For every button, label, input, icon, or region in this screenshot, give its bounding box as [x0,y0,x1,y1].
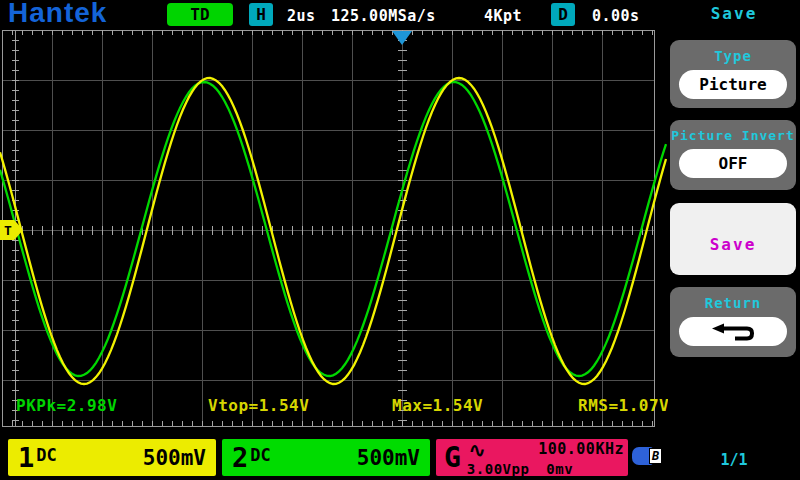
save-button-label: Save [670,235,796,254]
timebase-value: 2us [287,7,316,25]
measurement-rms: RMS=1.07V [578,396,669,415]
oscilloscope-screen: Hantek TD H 2us 125.00MSa/s 4Kpt D 0.00s… [0,0,800,480]
generator-amplitude: 3.00Vpp [467,461,530,477]
generator-frequency: 100.00KHz [538,442,624,457]
hantek-logo: Hantek [8,0,107,29]
generator-offset: 0mv [546,461,573,477]
channel-1-number: 1 [18,439,34,476]
menu-item-save[interactable]: Save [670,203,796,275]
menu-title: Save [668,4,800,23]
measurement-max: Max=1.54V [392,396,483,415]
measurement-pkpk: PKPk=2.98V [16,396,117,415]
save-menu-sidebar: Save Type Picture Picture Invert OFF Sav… [668,0,800,480]
picture-invert-label: Picture Invert [670,128,796,143]
usb-drive-icon: B [632,446,662,467]
return-label: Return [670,295,796,311]
usb-drive-letter: B [649,448,662,464]
generator-label: G [444,441,461,474]
bottom-status-bar: 1 DC 500mV 2 DC 500mV G ∿ 100.00KHz 3.00… [0,437,668,480]
generator-status-box[interactable]: G ∿ 100.00KHz 3.00Vpp 0mv [436,439,628,476]
channel-2-number: 2 [232,439,248,476]
horizontal-offset-value: 0.00s [592,7,640,25]
trigger-status-badge: TD [167,3,233,26]
measurement-vtop: Vtop=1.54V [208,396,309,415]
return-arrow-icon [707,322,759,342]
channel-1-coupling: DC [36,445,56,465]
graticule-and-waveforms [0,30,668,428]
memory-depth-value: 4Kpt [484,7,522,25]
delay-badge: D [551,3,575,26]
channel-2-status-box[interactable]: 2 DC 500mV [222,439,430,476]
menu-item-picture-invert[interactable]: Picture Invert OFF [670,120,796,190]
type-label: Type [670,48,796,64]
sine-wave-icon: ∿ [469,440,486,460]
return-button[interactable] [679,317,787,346]
trigger-level-label: T [4,223,12,238]
sample-rate-value: 125.00MSa/s [331,7,436,25]
channel-2-scale: 500mV [357,446,420,470]
channel-2-coupling: DC [250,445,270,465]
picture-invert-value-button[interactable]: OFF [679,149,787,178]
channel-1-scale: 500mV [143,446,206,470]
menu-page-indicator: 1/1 [668,451,800,469]
channel-1-status-box[interactable]: 1 DC 500mV [8,439,216,476]
menu-item-return[interactable]: Return [670,287,796,357]
waveform-display: T PKPk=2.98V Vtop=1.54V Max=1.54V RMS=1.… [0,30,668,428]
type-value-button[interactable]: Picture [679,70,787,99]
menu-item-type[interactable]: Type Picture [670,40,796,108]
horizontal-badge: H [249,3,273,26]
